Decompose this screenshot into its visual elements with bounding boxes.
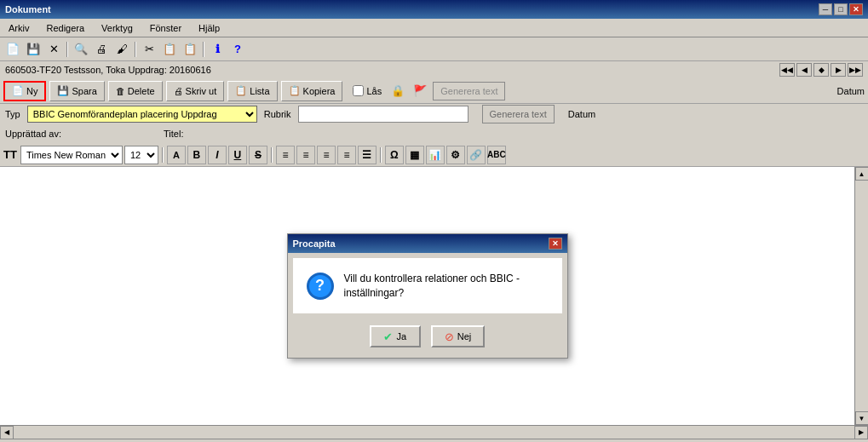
generera-button[interactable]: Generera text xyxy=(433,82,505,100)
copy-icon[interactable]: 📋 xyxy=(160,40,179,59)
dialog-title: Procapita xyxy=(293,238,336,249)
flag-icon[interactable]: 🚩 xyxy=(411,82,429,100)
italic-button[interactable]: I xyxy=(208,146,227,164)
underline-button[interactable]: U xyxy=(228,146,247,164)
menu-bar: Arkiv Redigera Verktyg Fönster Hjälp xyxy=(0,19,868,37)
upprattad-row: Upprättad av: Titel: xyxy=(0,124,868,143)
list-icon[interactable]: ☰ xyxy=(358,146,377,164)
strikethrough-button[interactable]: S xyxy=(249,146,267,164)
kopiera-button[interactable]: 📋 Kopiera xyxy=(281,81,343,101)
menu-arkiv[interactable]: Arkiv xyxy=(3,21,34,35)
skrivut-button[interactable]: 🖨 Skriv ut xyxy=(166,81,225,101)
special-icon[interactable]: ⚙ xyxy=(446,146,465,164)
no-label: Nej xyxy=(457,331,472,342)
typ-dropdown[interactable]: BBIC Genomförandeplan placering Uppdrag xyxy=(27,106,257,123)
align-center-icon[interactable]: ≡ xyxy=(296,146,315,164)
rubrik-input[interactable] xyxy=(298,106,468,123)
spell-icon[interactable]: ABC xyxy=(487,146,506,164)
document-content[interactable]: Procapita ✕ ? Vill du kontrollera relati… xyxy=(0,167,854,425)
typ-label: Typ xyxy=(5,109,20,119)
tt-icon: TT xyxy=(3,148,17,161)
lista-button[interactable]: 📋 Lista xyxy=(227,81,277,101)
delete-button[interactable]: 🗑 Delete xyxy=(108,81,163,101)
save-icon[interactable]: 💾 xyxy=(24,40,43,59)
brush-icon[interactable]: 🖌 xyxy=(112,40,131,59)
toolbar1: 📄 💾 ✕ 🔍 🖨 🖌 ✂ 📋 📋 ℹ ? xyxy=(0,37,868,61)
delete-label: Delete xyxy=(128,86,155,96)
close-button[interactable]: ✕ xyxy=(849,3,863,15)
scroll-h-track[interactable] xyxy=(14,427,854,439)
lock-icon[interactable]: 🔒 xyxy=(388,82,407,100)
print-icon: 🖨 xyxy=(174,86,183,96)
info-icon[interactable]: ℹ xyxy=(208,40,227,59)
minimize-button[interactable]: ─ xyxy=(819,3,832,15)
dialog-message: Vill du kontrollera relationer och BBIC … xyxy=(344,272,549,301)
help-icon[interactable]: ? xyxy=(228,40,247,59)
align-left-icon[interactable]: ≡ xyxy=(276,146,295,164)
horizontal-scrollbar: ◀ ▶ xyxy=(0,425,868,439)
align-right-icon[interactable]: ≡ xyxy=(317,146,336,164)
modal-overlay: Procapita ✕ ? Vill du kontrollera relati… xyxy=(0,167,854,425)
menu-fönster[interactable]: Fönster xyxy=(145,21,187,35)
nav-last[interactable]: ▶▶ xyxy=(848,63,863,77)
upprattad-label: Upprättad av: xyxy=(5,129,61,139)
font-select[interactable]: Times New Roman xyxy=(20,146,123,164)
size-select[interactable]: 12 xyxy=(124,146,158,164)
kopiera-icon: 📋 xyxy=(289,85,301,96)
nav-current[interactable]: ◆ xyxy=(813,63,829,77)
justify-icon[interactable]: ≡ xyxy=(337,146,356,164)
nav-controls: ◀◀ ◀ ◆ ▶ ▶▶ xyxy=(779,63,863,77)
ny-icon: 📄 xyxy=(12,85,24,96)
font-sep3 xyxy=(380,147,382,163)
bold-button[interactable]: B xyxy=(187,146,206,164)
menu-verktyg[interactable]: Verktyg xyxy=(96,21,138,35)
nav-first[interactable]: ◀◀ xyxy=(779,63,795,77)
new-doc-icon[interactable]: 📄 xyxy=(3,40,22,59)
scroll-up-button[interactable]: ▲ xyxy=(855,167,869,181)
delete-icon: 🗑 xyxy=(116,86,125,96)
no-button[interactable]: ⊘ Nej xyxy=(431,325,486,347)
symbol-icon[interactable]: Ω xyxy=(385,146,404,164)
maximize-button[interactable]: □ xyxy=(834,3,848,15)
toolbar-separator2 xyxy=(135,42,136,57)
menu-hjälp[interactable]: Hjälp xyxy=(193,21,225,35)
titel-label: Titel: xyxy=(164,129,183,139)
kopiera-label: Kopiera xyxy=(303,86,336,96)
link-icon[interactable]: 🔗 xyxy=(467,146,486,164)
ny-label: Ny xyxy=(26,86,37,96)
menu-redigera[interactable]: Redigera xyxy=(41,21,89,35)
skrivut-label: Skriv ut xyxy=(186,86,217,96)
scroll-right-button[interactable]: ▶ xyxy=(854,426,868,439)
color-icon[interactable]: A xyxy=(167,146,186,164)
table-icon[interactable]: ▦ xyxy=(405,146,424,164)
spara-label: Spara xyxy=(72,86,96,96)
font-sep1 xyxy=(162,147,164,163)
yes-button[interactable]: ✔ Ja xyxy=(370,325,421,347)
cut-icon[interactable]: ✂ xyxy=(140,40,158,59)
close-icon[interactable]: ✕ xyxy=(44,40,63,59)
spara-button[interactable]: 💾 Spara xyxy=(49,81,104,101)
las-checkbox[interactable] xyxy=(353,85,364,96)
spara-icon: 💾 xyxy=(57,85,69,96)
dialog-close-button[interactable]: ✕ xyxy=(549,238,562,250)
ny-button[interactable]: 📄 Ny xyxy=(3,81,46,101)
generera-text-button[interactable]: Generera text xyxy=(482,105,555,123)
paste-icon[interactable]: 📋 xyxy=(181,40,199,59)
chart-icon[interactable]: 📊 xyxy=(426,146,445,164)
toolbar-separator3 xyxy=(203,42,204,57)
scroll-left-button[interactable]: ◀ xyxy=(0,426,14,439)
lista-label: Lista xyxy=(250,86,269,96)
datum-label: Datum xyxy=(837,86,865,96)
las-checkbox-area: Lås xyxy=(353,85,382,96)
datum-form-label: Datum xyxy=(568,109,595,119)
scroll-down-button[interactable]: ▼ xyxy=(855,411,869,425)
status-bar: Tryck F1 för hjälp NUM ⌨ xyxy=(0,439,868,442)
nav-next[interactable]: ▶ xyxy=(831,63,846,77)
search-icon[interactable]: 🔍 xyxy=(72,40,90,59)
tool-icon[interactable]: 🖨 xyxy=(92,40,111,59)
font-sep2 xyxy=(271,147,273,163)
no-circle-icon: ⊘ xyxy=(445,330,454,343)
scroll-track[interactable] xyxy=(856,181,868,411)
nav-prev[interactable]: ◀ xyxy=(796,63,812,77)
dialog-body: ? Vill du kontrollera relationer och BBI… xyxy=(293,258,562,314)
